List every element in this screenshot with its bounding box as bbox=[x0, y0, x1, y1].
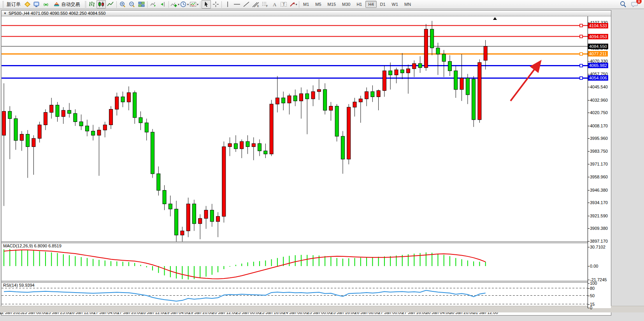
price-tick: 3995.960 bbox=[590, 136, 608, 141]
channel-button[interactable]: E bbox=[251, 0, 260, 9]
price-tick: 3921.590 bbox=[590, 213, 608, 219]
text-button[interactable]: A bbox=[270, 0, 279, 9]
level-price-label: 4094.053 bbox=[588, 34, 608, 39]
chart-window: ▼ SP500-,H4 4071.050 4090.550 4062.250 4… bbox=[1, 10, 611, 316]
price-tick: 3934.170 bbox=[590, 200, 608, 205]
rsi-tick: 80 bbox=[590, 286, 595, 291]
ohlc-bars-button[interactable] bbox=[87, 0, 97, 9]
chart-shift-button[interactable] bbox=[158, 0, 167, 9]
timeframe-m5-button[interactable]: M5 bbox=[312, 1, 324, 8]
rsi-label: RSI(14) 59.9394 bbox=[3, 283, 35, 287]
timeframe-m30-button[interactable]: M30 bbox=[339, 1, 353, 8]
tile-windows-button[interactable] bbox=[137, 0, 146, 9]
metaquotes-icon[interactable] bbox=[23, 0, 32, 9]
horizontal-line-button[interactable] bbox=[232, 0, 242, 9]
vertical-line-button[interactable] bbox=[223, 0, 232, 9]
toolbar-separator bbox=[147, 1, 147, 8]
price-tick: 3946.380 bbox=[590, 187, 608, 193]
svg-text:F: F bbox=[266, 5, 268, 7]
arrows-button[interactable]: ▾ bbox=[288, 0, 298, 9]
text-label-button[interactable]: T bbox=[279, 0, 288, 9]
timeframe-h1-button[interactable]: H1 bbox=[354, 1, 365, 8]
level-price-label: 4077.211 bbox=[588, 51, 608, 56]
timeframe-m1-button[interactable]: M1 bbox=[300, 1, 312, 8]
chart-window-title-bar[interactable]: ▼ SP500-,H4 4071.050 4090.550 4062.250 4… bbox=[2, 11, 611, 16]
toolbar-separator bbox=[168, 1, 169, 8]
terminal-icon[interactable] bbox=[32, 0, 41, 9]
price-tick: 3971.170 bbox=[590, 161, 608, 167]
main-chart-pane[interactable] bbox=[2, 16, 588, 242]
macd-tick: 30.7102 bbox=[590, 244, 605, 250]
price-tick: 3897.170 bbox=[590, 238, 608, 244]
level-price-label: 4054.006 bbox=[588, 75, 608, 81]
algo-trading-label: 自动交易 bbox=[60, 1, 82, 8]
templates-caret: ▾ bbox=[197, 3, 198, 6]
macd-label: MACD(12,26,9) 6.8090 6.8519 bbox=[3, 243, 61, 248]
zoom-out-button[interactable] bbox=[127, 0, 137, 9]
main-toolbar: 新订单 自动交易 ▾ ▾ ▾ E F A T ▾ M bbox=[0, 0, 644, 9]
timeframe-m15-button[interactable]: M15 bbox=[325, 1, 339, 8]
svg-text:E: E bbox=[257, 5, 259, 7]
toolbar-separator bbox=[116, 1, 117, 8]
timeframe-mn-button[interactable]: MN bbox=[402, 1, 414, 8]
fibonacci-button[interactable]: F bbox=[260, 0, 270, 9]
toolbar-grip[interactable] bbox=[2, 1, 4, 7]
chart-title: SP500-,H4 4071.050 4090.550 4062.250 408… bbox=[9, 11, 106, 16]
status-bar bbox=[0, 306, 644, 312]
toolbar-separator bbox=[299, 1, 299, 8]
window-menu-icon[interactable]: ▼ bbox=[4, 12, 7, 15]
price-tick: 4008.170 bbox=[590, 123, 608, 129]
macd-tick: 0.00 bbox=[590, 263, 598, 269]
chat-badge: 1 bbox=[636, 0, 642, 4]
templates-button[interactable]: ▾ bbox=[189, 0, 199, 9]
level-price-label: 4104.533 bbox=[588, 23, 608, 28]
price-tick: 3909.380 bbox=[590, 226, 608, 231]
price-axis[interactable]: 4107.3304095.1204082.5404070.3304057.750… bbox=[588, 16, 611, 308]
signals-icon[interactable] bbox=[41, 0, 51, 9]
timeframe-h4-button[interactable]: H4 bbox=[365, 1, 376, 8]
macd-chart[interactable] bbox=[2, 243, 588, 281]
trendline-button[interactable] bbox=[242, 0, 251, 9]
new-order-button[interactable]: 新订单 bbox=[5, 0, 23, 9]
chat-icon[interactable]: 1 bbox=[630, 0, 639, 9]
auto-scroll-button[interactable] bbox=[149, 0, 158, 9]
rsi-chart[interactable] bbox=[2, 282, 588, 308]
toolbar-separator bbox=[221, 1, 222, 8]
mt4-terminal: 新订单 自动交易 ▾ ▾ ▾ E F A T ▾ M bbox=[0, 0, 644, 321]
price-tick: 4045.540 bbox=[590, 84, 608, 90]
indicators-button[interactable]: ▾ bbox=[170, 0, 180, 9]
periods-button[interactable]: ▾ bbox=[180, 0, 189, 9]
price-tick: 4020.750 bbox=[590, 110, 608, 115]
rsi-tick: 0 bbox=[590, 305, 592, 310]
price-tick: 3958.960 bbox=[590, 174, 608, 180]
level-price-label: 4065.982 bbox=[588, 63, 608, 68]
timeframe-d1-button[interactable]: D1 bbox=[377, 1, 388, 8]
indicators-caret: ▾ bbox=[178, 3, 179, 6]
zoom-in-button[interactable] bbox=[118, 0, 127, 9]
candlestick-chart[interactable] bbox=[2, 16, 588, 242]
timeframe-group: M1M5M15M30H1H4D1W1MN bbox=[300, 1, 414, 8]
line-chart-button[interactable] bbox=[106, 0, 115, 9]
crosshair-button[interactable] bbox=[211, 0, 220, 9]
price-tick: 3983.750 bbox=[590, 148, 608, 154]
mdi-area: ▼ SP500-,H4 4071.050 4090.550 4062.250 4… bbox=[0, 9, 644, 321]
periods-caret: ▾ bbox=[187, 3, 189, 6]
new-order-label: 新订单 bbox=[5, 1, 22, 8]
timeframe-w1-button[interactable]: W1 bbox=[389, 1, 401, 8]
current-price-label: 4084.550 bbox=[588, 44, 608, 49]
svg-text:T: T bbox=[283, 2, 285, 7]
cursor-button[interactable] bbox=[202, 0, 211, 9]
rsi-tick: 50 bbox=[590, 293, 595, 298]
toolbar-grip[interactable] bbox=[85, 1, 86, 7]
macd-pane[interactable]: MACD(12,26,9) 6.8090 6.8519 bbox=[2, 243, 588, 281]
algo-trading-button[interactable]: 自动交易 bbox=[51, 0, 84, 9]
arrows-caret: ▾ bbox=[296, 3, 297, 6]
candlesticks-button[interactable] bbox=[97, 0, 106, 9]
toolbar-separator bbox=[200, 1, 200, 8]
svg-text:A: A bbox=[273, 2, 277, 7]
algo-trading-icon bbox=[53, 1, 60, 7]
search-icon[interactable] bbox=[618, 0, 628, 9]
price-tick: 4032.960 bbox=[590, 97, 608, 103]
rsi-pane[interactable]: RSI(14) 59.9394 bbox=[2, 282, 588, 308]
